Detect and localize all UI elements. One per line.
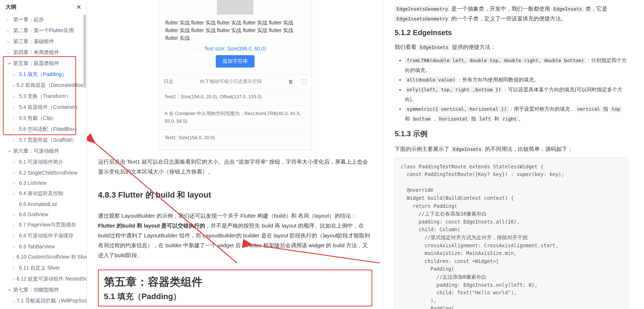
paragraph: 运行后点击 Text1 就可以在日志面板看到它的大小。点击 "追加字符串" 按钮… bbox=[98, 157, 372, 176]
sidebar-section[interactable]: 5.2 装饰容器（DecoratedBox） bbox=[0, 80, 87, 91]
sidebar-item-label: 7.1 导航返回拦截（WillPopScope） bbox=[16, 298, 87, 304]
sidebar-item-label: 5.2 装饰容器（DecoratedBox） bbox=[16, 82, 87, 89]
sidebar-section[interactable]: 6.5 AnimatedList bbox=[0, 199, 87, 209]
sidebar-item-label: 6.1 可滚动组件简介 bbox=[19, 159, 63, 165]
sidebar-section[interactable]: 5.4 容器组件（Container） bbox=[0, 102, 87, 113]
gray-placeholder bbox=[217, 0, 253, 15]
chevron-icon bbox=[7, 29, 11, 33]
sidebar-chapter[interactable]: 第六章：可滚动组件 bbox=[0, 146, 87, 157]
sidebar-chapter[interactable]: 第四章：布局类组件 bbox=[0, 47, 87, 58]
sidebar-section[interactable]: 5.6 空间适配（FittedBox） bbox=[0, 124, 87, 135]
chevron-icon bbox=[13, 127, 17, 131]
chevron-icon bbox=[13, 223, 17, 227]
scrollbar[interactable] bbox=[83, 15, 86, 88]
sidebar-section[interactable]: 6.3 ListView bbox=[0, 178, 87, 188]
paragraph: EdgeInsetsGeometry 是一个抽象类，开发中，我们一般都使用 Ed… bbox=[395, 4, 628, 23]
sidebar-item-label: 第一章：起步 bbox=[13, 16, 44, 23]
sidebar-item-label: 6.10 CustomScrollView 和 Slivers bbox=[16, 254, 87, 260]
chevron-icon bbox=[13, 138, 17, 142]
close-icon[interactable]: ✕ bbox=[76, 4, 81, 11]
chevron-icon bbox=[7, 61, 11, 66]
method-list: fromLTRB(double left, double top, double… bbox=[395, 56, 628, 124]
sidebar-item-label: 6.9 TabBarView bbox=[19, 244, 55, 249]
chevron-icon bbox=[13, 171, 17, 175]
chevron-icon bbox=[13, 160, 17, 164]
sidebar-chapter[interactable]: 第七章：功能型组件 bbox=[0, 285, 87, 295]
chevron-icon bbox=[13, 277, 14, 281]
sidebar-item-label: 5.5 剪裁（Clip） bbox=[19, 115, 57, 122]
sidebar-item-label: 5.6 空间适配（FittedBox） bbox=[19, 126, 80, 133]
list-item: fromLTRB(double left, double top, double… bbox=[405, 56, 628, 75]
chevron-icon bbox=[13, 213, 17, 217]
sidebar-section[interactable]: 6.4 滚动监听及控制 bbox=[0, 188, 87, 199]
chevron-icon bbox=[13, 181, 17, 185]
chevron-icon bbox=[13, 192, 17, 196]
sidebar-section[interactable]: 6.9 TabBarView bbox=[0, 241, 87, 252]
list-item: symmetric({ vertical, horizontal })：用于设置… bbox=[405, 104, 628, 123]
chevron-icon bbox=[13, 245, 17, 249]
chevron-icon bbox=[13, 266, 17, 270]
article-left: flutter 实战 flutter 实战 flutter 实战 flutter… bbox=[87, 0, 383, 309]
sidebar-item-label: 第二章：第一个Flutter应用 bbox=[13, 27, 74, 34]
chevron-icon bbox=[13, 84, 14, 88]
sidebar-section[interactable]: 6.11 自定义 Sliver bbox=[0, 263, 87, 274]
fullscreen-icon[interactable]: ⛶ bbox=[302, 79, 306, 84]
sidebar-item-label: 5.1 填充（Padding） bbox=[19, 71, 67, 78]
outline-sidebar: 大纲 ✕ 第一章：起步第二章：第一个Flutter应用第三章：基础组件第四章：布… bbox=[0, 0, 87, 309]
sidebar-chapter[interactable]: 第五章：容器类组件 bbox=[0, 58, 87, 69]
sidebar-section[interactable]: 5.5 剪裁（Clip） bbox=[0, 113, 87, 124]
sidebar-item-label: 6.5 AnimatedList bbox=[19, 201, 57, 207]
section-heading-483: 4.8.3 Flutter 的 build 和 layout bbox=[98, 190, 372, 201]
sidebar-item-label: 6.2 SingleChildScrollView bbox=[19, 170, 77, 176]
append-button[interactable]: 追加字符串 bbox=[216, 55, 255, 68]
sidebar-section[interactable]: 5.3 变换（Transform） bbox=[0, 91, 87, 102]
sidebar-item-label: 5.3 变换（Transform） bbox=[19, 93, 71, 100]
sidebar-item-label: 6.7 PageView与页面缓存 bbox=[19, 222, 76, 228]
sidebar-section[interactable]: 7.2 数据共享（InheritedWidget） bbox=[0, 306, 87, 309]
sidebar-item-label: 第四章：布局类组件 bbox=[13, 49, 59, 56]
sidebar-chapter[interactable]: 第三章：基础组件 bbox=[0, 36, 87, 47]
log-toolbar: 日志 向下拖动可缩小日志显示空间 🗑 ⛶ bbox=[159, 74, 312, 89]
sidebar-title: 大纲 bbox=[5, 4, 16, 11]
chevron-icon bbox=[7, 18, 11, 22]
main-content: flutter 实战 flutter 实战 flutter 实战 flutter… bbox=[87, 0, 644, 309]
sidebar-section[interactable]: 6.7 PageView与页面缓存 bbox=[0, 220, 87, 230]
paragraph: 通过观察 LayoutBuilder 的示例，我们还可以发现一个关于 Flutt… bbox=[98, 211, 372, 260]
chevron-icon bbox=[13, 73, 17, 77]
sidebar-item-label: 6.4 滚动监听及控制 bbox=[19, 190, 63, 197]
trash-icon[interactable]: 🗑 bbox=[288, 79, 293, 84]
sidebar-section[interactable]: 6.2 SingleChildScrollView bbox=[0, 168, 87, 178]
chapter-heading: 第五章：容器类组件 bbox=[104, 275, 366, 290]
sidebar-section[interactable]: 7.1 导航返回拦截（WillPopScope） bbox=[0, 295, 87, 306]
chevron-icon bbox=[7, 40, 11, 44]
code-block: class PaddingTestRoute extends Stateless… bbox=[395, 157, 628, 309]
highlight-box-article: 第五章：容器类组件 5.1 填充（Padding） bbox=[98, 270, 372, 306]
log-hint: 向下拖动可缩小日志显示空间 bbox=[173, 78, 288, 85]
sidebar-section[interactable]: 6.8 可滚动组件子项缓存 bbox=[0, 230, 87, 241]
sidebar-item-label: 5.7 页面骨架（Scaffold） bbox=[19, 137, 77, 144]
chevron-icon bbox=[13, 255, 14, 259]
sidebar-section[interactable]: 6.12 嵌套可滚动组件 NestedScrollView bbox=[0, 274, 87, 285]
list-item: all(double value)：所有方向均使用相同数值的填充。 bbox=[405, 75, 628, 85]
sidebar-chapter[interactable]: 第二章：第一个Flutter应用 bbox=[0, 25, 87, 36]
sidebar-item-label: 第三章：基础组件 bbox=[13, 38, 54, 45]
sidebar-section[interactable]: 6.10 CustomScrollView 和 Slivers bbox=[0, 252, 87, 263]
log-label: 日志 bbox=[164, 78, 173, 85]
phone-mock: flutter 实战 flutter 实战 flutter 实战 flutter… bbox=[158, 0, 312, 150]
wrapped-text: flutter 实战 flutter 实战 flutter 实战 flutter… bbox=[165, 19, 305, 42]
sidebar-section[interactable]: 6.6 GridView bbox=[0, 209, 87, 220]
sidebar-section[interactable]: 5.7 页面骨架（Scaffold） bbox=[0, 135, 87, 146]
sidebar-item-label: 6.6 GridView bbox=[19, 211, 48, 217]
chevron-icon bbox=[13, 299, 14, 303]
sidebar-chapter[interactable]: 第一章：起步 bbox=[0, 14, 87, 25]
sidebar-item-label: 第五章：容器类组件 bbox=[13, 60, 59, 67]
chevron-icon bbox=[13, 234, 17, 238]
sidebar-section[interactable]: 5.1 填充（Padding） bbox=[0, 69, 87, 80]
log-row: Text2：Size(154.0, 20.0), Offset(137.0, 1… bbox=[159, 89, 312, 106]
list-item: only({left, top, right ,bottom })：可以设置具体… bbox=[405, 85, 628, 104]
sidebar-item-label: 6.11 自定义 Sliver bbox=[19, 265, 60, 271]
text-size-label: Text size: Size(396.0, 60.0) bbox=[165, 46, 305, 52]
sidebar-section[interactable]: 6.1 可滚动组件简介 bbox=[0, 157, 87, 168]
sidebar-item-label: 6.3 ListView bbox=[19, 180, 46, 186]
section-heading-512: 5.1.2 EdgeInsets bbox=[395, 28, 628, 37]
